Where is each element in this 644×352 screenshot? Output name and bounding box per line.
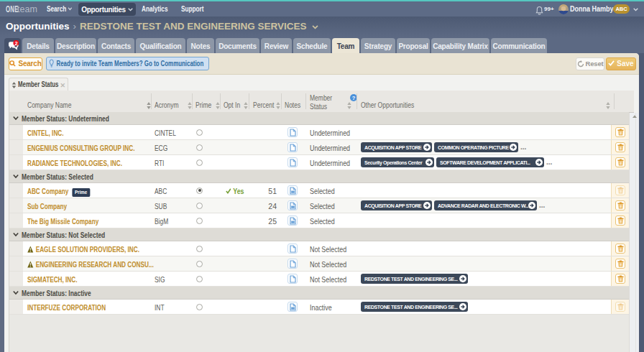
svg-text:?: ? <box>352 95 356 101</box>
svg-text:2: 2 <box>14 40 17 47</box>
